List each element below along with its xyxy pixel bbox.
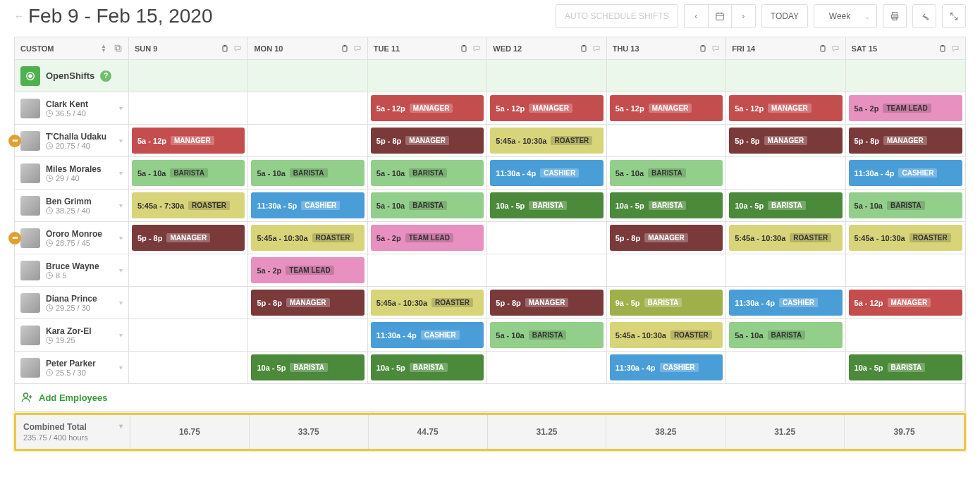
shift-cell[interactable] — [129, 287, 248, 319]
shift-block[interactable]: 5:45a - 10:30a ROASTER — [490, 128, 603, 154]
shift-block[interactable]: 5a - 12p MANAGER — [371, 95, 484, 121]
shift-block[interactable]: 11:30a - 4p CASHIER — [490, 160, 603, 186]
shift-block[interactable]: 5a - 2p TEAM LEAD — [371, 225, 484, 251]
shift-block[interactable]: 10a - 5p BARISTA — [251, 354, 364, 380]
today-button[interactable]: TODAY — [761, 4, 808, 28]
openshifts-cell[interactable] — [726, 60, 845, 92]
shift-block[interactable]: 10a - 5p BARISTA — [849, 354, 962, 380]
shift-block[interactable]: 5a - 10a BARISTA — [610, 160, 723, 186]
openshifts-cell[interactable] — [607, 60, 726, 92]
chat-icon[interactable] — [831, 44, 840, 53]
shift-block[interactable]: 5a - 12p MANAGER — [490, 95, 603, 121]
shift-block[interactable]: 5a - 10a BARISTA — [490, 322, 603, 348]
shift-cell[interactable]: 5p - 8p MANAGER — [726, 125, 845, 157]
employee-alert-badge[interactable]: ••• — [8, 232, 21, 244]
shift-block[interactable]: 11:30a - 4p CASHIER — [849, 160, 962, 186]
shift-cell[interactable]: 5:45a - 10:30a ROASTER — [368, 287, 487, 319]
shift-block[interactable]: 11:30a - 4p CASHIER — [371, 322, 484, 348]
shift-block[interactable]: 5a - 12p MANAGER — [849, 290, 962, 316]
shift-cell[interactable] — [726, 254, 845, 287]
shift-cell[interactable]: 5a - 10a BARISTA — [726, 319, 845, 352]
shift-cell[interactable]: 11:30a - 4p CASHIER — [607, 352, 726, 384]
shift-cell[interactable]: 5a - 10a BARISTA — [248, 157, 367, 190]
calendar-button[interactable] — [708, 4, 732, 28]
shift-cell[interactable]: 5a - 10a BARISTA — [607, 157, 726, 190]
chevron-down-icon[interactable]: ▾ — [119, 266, 123, 274]
shift-cell[interactable] — [726, 157, 845, 190]
shift-cell[interactable] — [487, 254, 606, 287]
employee-cell[interactable]: ••• T'Challa Udaku 20.75 / 40 ▾ — [15, 125, 129, 157]
shift-cell[interactable]: 5p - 8p MANAGER — [129, 222, 248, 254]
employee-cell[interactable]: Kara Zor-El 19.25 ▾ — [15, 319, 129, 352]
clipboard-icon[interactable] — [580, 44, 588, 53]
shift-cell[interactable]: 5p - 8p MANAGER — [846, 125, 965, 157]
shift-cell[interactable]: 5a - 2p TEAM LEAD — [368, 222, 487, 254]
shift-cell[interactable]: 5a - 2p TEAM LEAD — [846, 92, 965, 125]
openshifts-label-cell[interactable]: OpenShifts ? — [15, 60, 129, 92]
back-arrow-icon[interactable]: ← — [14, 11, 24, 22]
shift-cell[interactable] — [248, 125, 367, 157]
shift-block[interactable]: 11:30a - 4p CASHIER — [729, 290, 842, 316]
shift-cell[interactable]: 11:30a - 4p CASHIER — [487, 157, 606, 190]
copy-icon[interactable] — [114, 44, 123, 53]
shift-cell[interactable] — [607, 125, 726, 157]
shift-cell[interactable]: 10a - 5p BARISTA — [368, 352, 487, 384]
shift-block[interactable]: 5a - 10a BARISTA — [371, 192, 484, 218]
openshifts-cell[interactable] — [846, 60, 965, 92]
auto-schedule-button[interactable]: AUTO SCHEDULE SHIFTS — [556, 4, 678, 28]
shift-block[interactable]: 11:30a - 4p CASHIER — [610, 354, 723, 380]
print-button[interactable] — [883, 4, 907, 28]
clipboard-icon[interactable] — [460, 44, 468, 53]
employee-cell[interactable]: Diana Prince 29.25 / 30 ▾ — [15, 287, 129, 319]
shift-cell[interactable]: 5p - 8p MANAGER — [487, 287, 606, 319]
shift-cell[interactable] — [248, 319, 367, 352]
shift-cell[interactable]: 5:45a - 10:30a ROASTER — [487, 125, 606, 157]
shift-block[interactable]: 5a - 10a BARISTA — [849, 192, 962, 218]
shift-block[interactable]: 5p - 8p MANAGER — [610, 225, 723, 251]
shift-cell[interactable]: 5a - 12p MANAGER — [846, 287, 965, 319]
next-button[interactable]: › — [732, 4, 756, 28]
shift-block[interactable]: 10a - 5p BARISTA — [371, 354, 484, 380]
shift-block[interactable]: 5a - 10a BARISTA — [371, 160, 484, 186]
chat-icon[interactable] — [233, 44, 242, 53]
shift-block[interactable]: 5a - 12p MANAGER — [729, 95, 842, 121]
column-header-day[interactable]: FRI 14 — [726, 37, 845, 60]
shift-cell[interactable]: 5p - 8p MANAGER — [607, 222, 726, 254]
employee-cell[interactable]: ••• Ororo Monroe 28.75 / 45 ▾ — [15, 222, 129, 254]
shift-block[interactable]: 9a - 5p BARISTA — [610, 290, 723, 316]
shift-cell[interactable] — [607, 254, 726, 287]
shift-cell[interactable]: 11:30a - 5p CASHIER — [248, 190, 367, 222]
shift-cell[interactable]: 10a - 5p BARISTA — [607, 190, 726, 222]
employee-alert-badge[interactable]: ••• — [8, 135, 21, 147]
chevron-down-icon[interactable]: ▾ — [119, 299, 123, 306]
shift-block[interactable]: 5a - 2p TEAM LEAD — [849, 95, 962, 121]
shift-cell[interactable] — [487, 222, 606, 254]
clipboard-icon[interactable] — [699, 44, 707, 53]
chat-icon[interactable] — [711, 44, 720, 53]
clipboard-icon[interactable] — [221, 44, 229, 53]
chevron-down-icon[interactable]: ▾ — [119, 202, 123, 209]
shift-block[interactable]: 5a - 10a BARISTA — [729, 322, 842, 348]
shift-cell[interactable]: 5a - 10a BARISTA — [846, 190, 965, 222]
shift-cell[interactable]: 5a - 10a BARISTA — [368, 157, 487, 190]
shift-cell[interactable]: 10a - 5p BARISTA — [487, 190, 606, 222]
shift-cell[interactable] — [368, 254, 487, 287]
add-employees-button[interactable]: Add Employees — [15, 384, 965, 411]
shift-cell[interactable] — [487, 352, 606, 384]
shift-cell[interactable] — [846, 254, 965, 287]
totals-label-cell[interactable]: Combined Total 235.75 / 400 hours ▾ — [16, 415, 130, 449]
shift-block[interactable]: 5:45a - 10:30a ROASTER — [849, 225, 962, 251]
shift-cell[interactable] — [129, 319, 248, 352]
column-header-custom[interactable]: CUSTOM ▲▼ — [15, 37, 129, 60]
fullscreen-button[interactable] — [942, 4, 966, 28]
column-header-day[interactable]: SUN 9 — [129, 37, 248, 60]
prev-button[interactable]: ‹ — [684, 4, 708, 28]
shift-block[interactable]: 5a - 2p TEAM LEAD — [251, 257, 364, 283]
chat-icon[interactable] — [353, 44, 362, 53]
chat-icon[interactable] — [951, 44, 960, 53]
chevron-down-icon[interactable]: ▾ — [119, 234, 123, 242]
employee-cell[interactable]: Miles Morales 29 / 40 ▾ — [15, 157, 129, 190]
shift-cell[interactable]: 5:45a - 10:30a ROASTER — [726, 222, 845, 254]
shift-block[interactable]: 5:45a - 10:30a ROASTER — [371, 290, 484, 316]
shift-cell[interactable]: 5a - 12p MANAGER — [129, 125, 248, 157]
